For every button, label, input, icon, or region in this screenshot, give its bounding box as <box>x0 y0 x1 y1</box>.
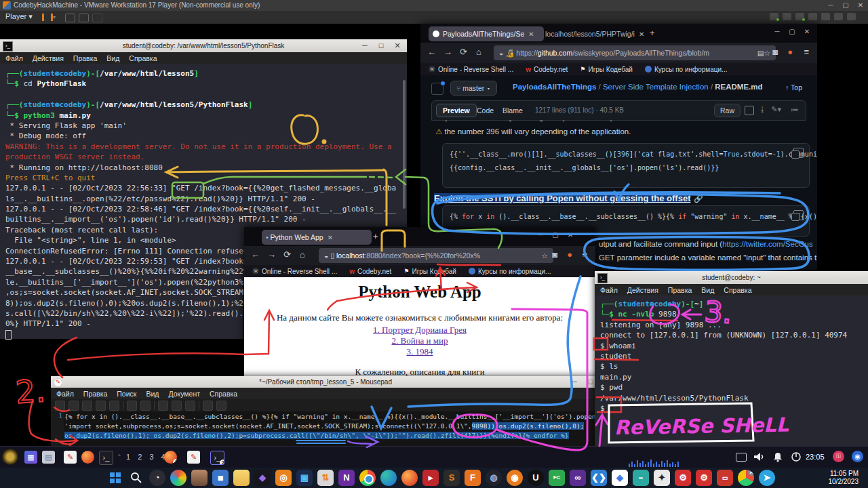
close-icon[interactable]: ✕ <box>563 230 578 241</box>
minimize-icon[interactable]: ─ <box>770 26 785 37</box>
menu-item[interactable]: Поиск <box>117 390 136 398</box>
bookmark-star-icon[interactable]: ☆ <box>542 248 548 263</box>
start-button[interactable] <box>107 470 123 486</box>
extension-icon[interactable]: ● <box>567 249 572 260</box>
send-ctrl-alt-del-icon[interactable] <box>65 14 75 22</box>
breadcrumb-repo-link[interactable]: PayloadsAllTheThings <box>513 83 596 91</box>
tab-preview[interactable]: Preview <box>436 104 477 117</box>
panel-expand-icon[interactable]: ⌃ <box>117 453 122 460</box>
printer-device-icon[interactable] <box>834 13 843 20</box>
app-grid-icon[interactable]: ▦ <box>24 451 37 464</box>
menu-icon[interactable]: ≡ <box>582 249 587 260</box>
player-menu[interactable]: Player ▾ <box>5 12 33 21</box>
save-as-icon[interactable] <box>96 401 106 411</box>
search-icon[interactable] <box>203 401 213 411</box>
open-file-icon[interactable] <box>68 401 79 411</box>
close-icon[interactable]: ✕ <box>853 0 868 11</box>
cd-device-icon[interactable] <box>783 13 791 20</box>
extension-icon[interactable]: ● <box>787 47 793 57</box>
paste-icon[interactable] <box>185 401 195 411</box>
anchor-link-icon[interactable]: 🔗 <box>694 195 703 203</box>
close-icon[interactable]: ✕ <box>389 39 406 52</box>
pocket-icon[interactable]: ◙ <box>552 249 557 260</box>
red-gear-icon[interactable]: ⚙ <box>675 470 691 486</box>
twitter-link[interactable]: https://twitter.com/SecGus <box>722 240 813 248</box>
maximize-icon[interactable]: ▢ <box>838 0 853 11</box>
undo-icon[interactable] <box>127 401 137 411</box>
pocket-icon[interactable]: ◙ <box>772 47 778 57</box>
section-heading-popen[interactable]: Exploit the SSTI by calling Popen withou… <box>434 192 703 204</box>
menu-item[interactable]: Вид <box>701 286 714 294</box>
tab-code[interactable]: Code <box>477 106 494 115</box>
taskbar-terminal-window[interactable]: ›_2 <box>210 451 224 465</box>
sidebar-toggle-icon[interactable] <box>431 83 443 95</box>
bookmark-item[interactable]: ⚑Игры Кодебай <box>403 268 456 275</box>
terminal-output[interactable]: ┌──(student⊛codeby)-[~]└─$ nc -nvlp 9898… <box>600 300 865 446</box>
unreal-icon[interactable]: U <box>528 470 544 486</box>
vm-clock[interactable]: 23:05 <box>806 453 825 461</box>
search-icon[interactable] <box>128 470 144 486</box>
hdd-device-icon[interactable] <box>770 13 778 20</box>
forward-icon[interactable]: → <box>443 47 452 57</box>
menu-item[interactable]: Правка <box>83 390 107 398</box>
notifications-bell-icon[interactable] <box>772 451 784 463</box>
speedtest-icon[interactable]: ◔ <box>149 470 165 486</box>
home-icon[interactable]: ⌂ <box>476 47 481 57</box>
book-link-1[interactable]: 1. Портрет Дориана Грея <box>373 325 467 335</box>
menu-item[interactable]: Файл <box>5 54 23 62</box>
workspace-switcher[interactable]: 1 2 3 4 <box>126 453 168 461</box>
menu-item[interactable]: Вид <box>146 390 159 398</box>
firefox-launcher-icon[interactable] <box>81 451 94 464</box>
f-app-icon[interactable]: F <box>465 470 481 486</box>
chrome-profile-icon[interactable]: A <box>738 470 754 486</box>
display-tray-icon[interactable] <box>736 453 747 462</box>
tab-webapp[interactable]: • Python Web App✕ <box>262 230 372 245</box>
unity-hub-icon[interactable]: ⇅ <box>317 470 334 486</box>
url-bar[interactable]: ◒ 🔏 https://github.com/swisskyrepo/Paylo… <box>494 45 776 60</box>
new-file-icon[interactable] <box>55 401 65 411</box>
minimize-icon[interactable]: ─ <box>823 0 838 11</box>
colorful-app-icon[interactable] <box>170 470 186 486</box>
mousepad-launcher-icon[interactable]: ✎ <box>64 451 77 464</box>
presentation-icon[interactable]: ▭ <box>717 470 733 486</box>
reader-view-icon[interactable]: ▤ <box>757 45 764 60</box>
titlebar[interactable]: ✎ *~/Рабочий стол/tmp_lesson_5 - Mousepa… <box>51 376 600 388</box>
session-icon[interactable]: ◉ <box>852 451 863 462</box>
home-icon[interactable]: ⌂ <box>300 249 305 260</box>
fullscreen-icon[interactable] <box>79 14 89 22</box>
new-tab-button[interactable]: + <box>650 28 655 38</box>
menu-item[interactable]: Вид <box>106 54 119 62</box>
menu-icon[interactable]: ≡ <box>804 47 809 57</box>
obsidian-icon[interactable]: ◆ <box>254 470 271 486</box>
copy-code-icon[interactable] <box>793 148 804 158</box>
url-bar[interactable]: ◒ ▯ localhost:8080/index?book={%%20for%2… <box>319 248 553 263</box>
menu-item[interactable]: Справка <box>210 390 237 398</box>
minimize-icon[interactable]: ─ <box>533 230 548 241</box>
maps-pin-icon[interactable]: ◈ <box>612 470 628 486</box>
sublime-icon[interactable]: S <box>443 470 460 486</box>
expand-toolbar-icon[interactable] <box>847 13 856 20</box>
menu-item[interactable]: Файл <box>600 286 618 294</box>
titlebar[interactable]: ›_ student@codeby: /var/www/html/lesson5… <box>0 39 407 53</box>
reload-icon[interactable]: ⟳ <box>460 47 467 57</box>
save-icon[interactable] <box>82 401 92 411</box>
back-icon[interactable]: ← <box>427 47 436 57</box>
tab-blame[interactable]: Blame <box>502 106 523 115</box>
power-icon[interactable] <box>791 451 802 462</box>
menu-bar[interactable]: ФайлДействияПравкаВидСправка <box>595 284 868 296</box>
onenote-icon[interactable]: N <box>338 470 355 486</box>
forward-icon[interactable]: → <box>267 249 276 260</box>
network-device-icon[interactable] <box>795 13 804 20</box>
menu-item[interactable]: Действия <box>33 54 64 62</box>
sound-device-icon[interactable] <box>821 13 830 20</box>
photos-icon[interactable] <box>191 470 208 486</box>
taskbar-mousepad-window[interactable]: ✎ <box>187 451 200 464</box>
menu-bar[interactable]: ФайлПравкаПоискВидДокументСправка <box>51 388 600 399</box>
branch-selector[interactable]: ⑂ master ▾ <box>450 81 497 96</box>
telegram-icon[interactable]: ➤ <box>759 470 775 486</box>
taskbar-firefox-window[interactable]: 2 <box>164 451 177 464</box>
bookmark-item[interactable]: Курсы по информаци... <box>469 268 551 275</box>
blender-icon[interactable]: ◉ <box>507 470 523 486</box>
download-icon[interactable]: ⭳ <box>759 105 766 113</box>
redo-icon[interactable] <box>140 401 151 411</box>
